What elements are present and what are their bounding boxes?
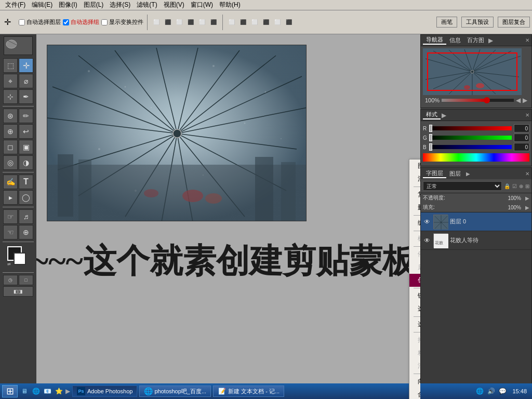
ctx-select-similar[interactable]: 选择相似图层 [409,318,420,331]
align-bottom-icon[interactable]: ⬛ [208,17,219,28]
menu-select[interactable]: 选择(S) [107,0,134,10]
notes-tool[interactable]: ☞ [3,209,18,224]
blend-mode-select[interactable]: 正常 溶解 正片叠底 [423,181,502,191]
layers-scroll-icon[interactable]: ▶ [466,171,470,177]
layer-item-0[interactable]: 👁 [421,212,531,231]
ctx-select-linked[interactable]: 选择链接图层 [409,302,420,315]
align-right-icon[interactable]: ⬜ [174,17,184,28]
tool-preset-tab[interactable]: 工具预设 [461,17,494,28]
layer-eye-1[interactable]: 👁 [423,236,431,245]
dist-h-icon[interactable]: ⬜ [227,17,237,28]
align-center-icon[interactable]: ⬛ [163,17,173,28]
ctx-delete-layer[interactable]: 删除图层 [409,201,420,214]
align-top-icon[interactable]: ⬛ [185,17,196,28]
ctx-duplicate-layer[interactable]: 复制图层... [409,188,420,201]
taskbar-icon-4[interactable]: ⭐ [54,387,63,396]
r-thumb[interactable] [429,125,432,132]
shape-tool[interactable]: ◯ [19,190,33,205]
taskbar-ie-btn[interactable]: 🌐 photoshop吧_百度... [139,385,211,397]
menu-edit[interactable]: 编辑(E) [29,0,56,10]
start-button[interactable]: ⊞ [2,385,18,397]
crop-tool[interactable]: ⊹ [3,89,18,104]
standard-mode-btn[interactable]: □ [19,275,33,285]
ctx-create-clipping-mask[interactable]: 创建剪贴蒙版 [409,274,420,287]
spectrum-bar[interactable] [423,153,529,162]
nav-zoom-bar[interactable] [442,99,514,102]
select-rect-tool[interactable]: ⬚ [3,58,18,73]
menu-layer[interactable]: 图层(L) [81,0,107,10]
zoom-tool[interactable]: ⊕ [19,225,33,240]
dist-h2-icon[interactable]: ⬛ [261,17,271,28]
g-thumb[interactable] [429,134,432,141]
color-swatch[interactable]: ⇄ [7,246,29,268]
histogram-tab[interactable]: 百方图 [464,36,487,44]
dist-corner-icon[interactable]: ⬛ [284,17,294,28]
align-left-icon[interactable]: ⬜ [151,17,162,28]
gradient-tool[interactable]: ▣ [19,140,33,154]
menu-filter[interactable]: 滤镜(T) [134,0,160,10]
r-bar[interactable] [429,126,512,130]
path-select-tool[interactable]: ▸ [3,190,18,205]
swap-colors-icon[interactable]: ⇄ [7,262,11,267]
g-bar[interactable] [429,136,512,140]
ctx-merge-down[interactable]: 向下合并 [409,375,420,388]
menu-view[interactable]: 视图(V) [161,0,188,10]
history-tool[interactable]: ↩ [19,124,33,139]
taskbar-icon-1[interactable]: 🖥 [20,387,29,396]
dist-v2-icon[interactable]: ⬜ [272,17,283,28]
menu-window[interactable]: 窗口(W) [188,0,216,10]
move-tool[interactable]: ✛ [19,58,33,73]
navigator-tab[interactable]: 导航器 [423,36,446,45]
menu-image[interactable]: 图像(I) [56,0,80,10]
ctx-layer-properties[interactable]: 图层属性... [409,159,420,172]
show-transform-check[interactable]: 显示变换控件 [101,18,143,26]
brush-tab[interactable]: 画笔 [436,17,457,28]
nav-zoom-in-icon[interactable]: ▶ [523,97,527,104]
layers-tab[interactable]: 字图层 [423,169,446,178]
ctx-blend-options[interactable]: 混合选项... [409,172,420,185]
panel-options-icon[interactable]: ▶ [488,37,493,44]
nav-zoom-out-icon[interactable]: ◀ [516,97,521,104]
menu-file[interactable]: 文件(F) [2,0,29,10]
navigator-close-icon[interactable]: ✕ [525,37,529,43]
quick-mask-btn[interactable]: ◷ [3,275,18,285]
opacity-arrow-icon[interactable]: ▶ [525,195,529,201]
blur-tool[interactable]: ◎ [3,155,18,170]
ctx-link-layers[interactable]: 链接图层 [409,289,420,302]
pen-tool[interactable]: ✍ [3,175,18,189]
bg-color-box[interactable] [14,252,26,265]
auto-select-group-check[interactable]: 自动选择组 [63,18,99,26]
b-input[interactable]: 0 [514,143,529,151]
magic-wand-tool[interactable]: ⌀ [19,74,33,88]
layers-close-icon[interactable]: ✕ [525,171,529,177]
ctx-group-smart[interactable]: 编组到新建智能对象图层中 [409,217,420,230]
menu-help[interactable]: 帮助(H) [216,0,244,10]
sys-icon-volume[interactable]: 🔊 [486,387,496,396]
lasso-tool[interactable]: ⌖ [3,74,18,88]
hand-tool[interactable]: ☜ [3,225,18,240]
layer-eye-0[interactable]: 👁 [423,218,431,226]
brush-tool[interactable]: ✏ [19,109,33,123]
layer-item-1[interactable]: 👁 花败 花败人等待 [421,231,531,250]
dist-v-icon[interactable]: ⬛ [238,17,248,28]
taskbar-notepad-btn[interactable]: 📝 新建 文本文档 - 记... [213,385,284,397]
auto-select-layer-check[interactable]: 自动选择图层 [19,18,61,26]
sys-icon-msg[interactable]: 💬 [498,387,507,396]
healing-tool[interactable]: ⊛ [3,109,18,123]
screen-mode-btn[interactable]: ◧◨ [3,286,33,297]
info-tab[interactable]: 信息 [446,36,464,44]
color-panel-close-icon[interactable]: ✕ [525,112,529,118]
dodge-tool[interactable]: ◑ [19,155,33,170]
g-input[interactable]: 0 [514,134,529,142]
type-tool[interactable]: T [19,175,33,189]
taskbar-icon-2[interactable]: 🌐 [31,387,41,396]
taskbar-icon-3[interactable]: 📧 [43,387,52,396]
b-bar[interactable] [429,145,512,149]
dist-mid-icon[interactable]: ⬜ [249,17,260,28]
b-thumb[interactable] [429,143,432,151]
clone-tool[interactable]: ⊕ [3,124,18,139]
eraser-tool[interactable]: ◻ [3,140,18,154]
align-mid-icon[interactable]: ⬜ [197,17,207,28]
taskbar-photoshop-btn[interactable]: Ps Adobe Photoshop [72,385,137,397]
ctx-merge-visible[interactable]: 合并可见图层 [409,388,420,399]
